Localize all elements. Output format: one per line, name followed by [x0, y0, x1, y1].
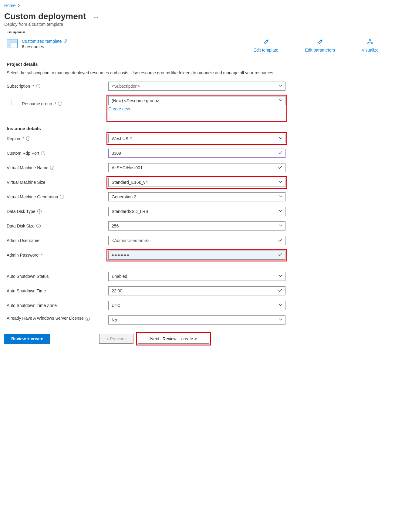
- footer-action-bar: Review + create < Previous Next : Review…: [4, 330, 391, 347]
- chevron-down-icon: [279, 303, 283, 308]
- chevron-right-icon: [17, 3, 20, 8]
- admin-password-input[interactable]: ••••••••••••: [108, 251, 285, 260]
- rdp-port-label: Custom Rdp Port i: [7, 151, 108, 156]
- chevron-down-icon: [279, 209, 283, 214]
- svg-rect-4: [7, 42, 11, 48]
- chevron-down-icon: [279, 318, 283, 323]
- create-new-link[interactable]: Create new: [108, 106, 130, 111]
- vm-generation-select[interactable]: Generation 2: [108, 192, 285, 201]
- info-icon[interactable]: i: [36, 224, 41, 228]
- visualize-button[interactable]: Visualize: [362, 39, 379, 52]
- edit-parameters-button[interactable]: Edit parameters: [305, 39, 335, 52]
- vm-name-value: AzSHCIHost001: [112, 165, 143, 170]
- license-select[interactable]: No: [108, 315, 285, 325]
- checkmark-icon: [278, 238, 283, 244]
- vm-size-select[interactable]: Standard_E16s_v4: [108, 178, 285, 187]
- disk-size-label: Data Disk Size i: [7, 224, 108, 228]
- edit-parameters-label: Edit parameters: [305, 48, 335, 52]
- pencil-icon: [317, 39, 323, 46]
- svg-rect-7: [371, 43, 373, 44]
- svg-rect-6: [368, 43, 369, 44]
- svg-rect-5: [370, 39, 371, 40]
- info-icon[interactable]: i: [26, 136, 30, 141]
- svg-rect-3: [7, 39, 17, 42]
- page-title: Custom deployment …: [4, 12, 391, 21]
- resource-group-select[interactable]: (New) <Resource group>: [108, 96, 285, 105]
- admin-password-value: ••••••••••••: [112, 253, 130, 258]
- region-value: West US 2: [112, 136, 132, 141]
- disk-type-select[interactable]: StandardSSD_LRS: [108, 207, 285, 216]
- subscription-select[interactable]: <Subscription>: [108, 82, 285, 91]
- chevron-down-icon: [279, 224, 283, 229]
- vm-generation-label: Virtual Machine Generation i: [7, 194, 108, 199]
- info-icon[interactable]: i: [41, 151, 45, 155]
- auto-shutdown-status-select[interactable]: Enabled: [108, 272, 285, 281]
- customized-template-link[interactable]: Customized template: [22, 39, 67, 44]
- rdp-port-input[interactable]: 3389: [108, 149, 285, 158]
- resource-group-value: (New) <Resource group>: [112, 98, 159, 103]
- info-icon[interactable]: i: [36, 84, 40, 88]
- info-icon[interactable]: i: [86, 317, 90, 321]
- checkmark-icon: [278, 288, 283, 294]
- hierarchy-icon: [367, 39, 373, 46]
- info-icon[interactable]: i: [37, 209, 42, 214]
- visualize-label: Visualize: [362, 48, 379, 52]
- edit-template-button[interactable]: Edit template: [254, 39, 279, 52]
- disk-type-label: Data Disk Type i: [7, 209, 108, 214]
- more-icon[interactable]: …: [93, 13, 99, 20]
- info-icon[interactable]: i: [50, 166, 54, 170]
- disk-size-value: 256: [112, 224, 119, 228]
- required-indicator: *: [32, 84, 34, 89]
- vm-name-label: Virtual Machine Name i: [7, 165, 108, 170]
- rdp-port-value: 3389: [112, 151, 121, 156]
- info-icon[interactable]: i: [58, 102, 62, 106]
- chevron-down-icon: [279, 98, 283, 103]
- required-indicator: *: [22, 136, 24, 141]
- instance-details-heading: Instance details: [7, 126, 391, 131]
- breadcrumb-home-link[interactable]: Home: [4, 3, 15, 8]
- chevron-down-icon: [279, 84, 283, 89]
- vm-size-value: Standard_E16s_v4: [112, 180, 148, 185]
- auto-shutdown-tz-value: UTC: [112, 303, 120, 308]
- checkmark-icon: [278, 150, 283, 156]
- disk-size-select[interactable]: 256: [108, 221, 285, 231]
- vm-name-input[interactable]: AzSHCIHost001: [108, 163, 285, 172]
- checkmark-icon: [278, 165, 283, 171]
- vm-generation-value: Generation 2: [112, 194, 136, 199]
- subscription-label: Subscription * i: [7, 84, 108, 89]
- previous-button[interactable]: < Previous: [99, 334, 133, 344]
- page-subtitle: Deploy from a custom template: [4, 22, 391, 27]
- auto-shutdown-time-label: Auto Shutdown Time: [7, 288, 108, 293]
- auto-shutdown-time-value: 22:00: [112, 288, 122, 293]
- disk-type-value: StandardSSD_LRS: [112, 209, 148, 214]
- chevron-down-icon: [279, 194, 283, 200]
- admin-username-value: <Admin Username>: [112, 238, 150, 243]
- customized-template-label: Customized template: [22, 39, 62, 44]
- template-section-header: Template: [7, 32, 391, 35]
- auto-shutdown-status-label: Auto Shutdown Status: [7, 274, 108, 279]
- admin-username-label: Admin Username: [7, 238, 108, 243]
- auto-shutdown-tz-label: Auto Shutdown Time Zone: [7, 303, 108, 308]
- checkmark-icon: [278, 252, 283, 258]
- vm-size-label: Virtual Machine Size: [7, 180, 108, 185]
- review-create-button[interactable]: Review + create: [4, 334, 50, 344]
- auto-shutdown-tz-select[interactable]: UTC: [108, 301, 285, 310]
- admin-username-input[interactable]: <Admin Username>: [108, 236, 285, 245]
- next-button[interactable]: Next : Review + create >: [138, 334, 209, 344]
- project-details-description: Select the subscription to manage deploy…: [7, 70, 280, 76]
- region-select[interactable]: West US 2: [108, 134, 285, 143]
- project-details-heading: Project details: [7, 62, 391, 67]
- pencil-icon: [263, 39, 269, 46]
- tree-connector-icon: [12, 99, 19, 105]
- resource-group-label: Resource group * i: [7, 101, 108, 106]
- admin-password-label: Admin Password *: [7, 253, 108, 258]
- template-icon: [7, 39, 18, 49]
- breadcrumb: Home: [4, 3, 391, 8]
- license-label: Already Have A Windows Server License i: [7, 315, 108, 321]
- template-resource-count: 6 resources: [22, 44, 67, 49]
- info-icon[interactable]: i: [60, 195, 64, 199]
- auto-shutdown-time-input[interactable]: 22:00: [108, 286, 285, 295]
- chevron-down-icon: [279, 136, 283, 141]
- license-value: No: [112, 318, 117, 322]
- subscription-value: <Subscription>: [112, 84, 140, 89]
